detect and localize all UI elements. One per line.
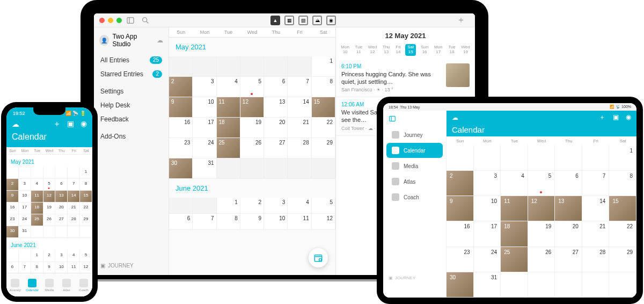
calendar-cell[interactable]: 2 bbox=[43, 250, 56, 262]
calendar-cell[interactable]: 4 bbox=[217, 77, 240, 97]
tab-media[interactable]: Media bbox=[41, 273, 58, 296]
calendar-cell[interactable]: 17 bbox=[474, 221, 501, 247]
calendar-cell[interactable]: 24 bbox=[193, 138, 216, 158]
calendar-cell[interactable]: 15 bbox=[80, 191, 92, 202]
calendar-cell[interactable]: 10 bbox=[264, 214, 288, 230]
new-entry-icon[interactable]: ＋ bbox=[457, 16, 465, 25]
entry-row[interactable]: 6:10 PMPrincess hugging Candy. She was q… bbox=[336, 59, 475, 98]
calendar-cell[interactable]: 10 bbox=[193, 97, 216, 118]
calendar-cell[interactable]: 6 bbox=[55, 179, 68, 191]
calendar-cell[interactable]: 16 bbox=[169, 118, 193, 138]
calendar-cell[interactable]: 20 bbox=[555, 221, 582, 247]
calendar-cell[interactable]: 9 bbox=[240, 214, 264, 230]
calendar-grid[interactable]: 1234567891011121314151617181920212223242… bbox=[447, 146, 636, 298]
calendar-cell[interactable]: 9 bbox=[169, 97, 193, 118]
tab-coach[interactable]: Coach bbox=[75, 273, 92, 296]
sidebar-toggle-icon[interactable] bbox=[389, 115, 396, 122]
calendar-cell[interactable]: 10 bbox=[55, 262, 68, 273]
search-icon[interactable] bbox=[141, 16, 150, 25]
calendar-cell[interactable]: 21 bbox=[68, 202, 80, 214]
calendar-cell[interactable]: 7 bbox=[19, 262, 31, 273]
sidebar-item-all-entries[interactable]: All Entries 25 bbox=[94, 53, 169, 67]
calendar-cell[interactable]: 17 bbox=[193, 118, 216, 138]
settings-icon[interactable]: ◉ bbox=[626, 113, 631, 121]
calendar-cell[interactable]: 14 bbox=[288, 97, 311, 118]
day-strip-item[interactable]: Tue18 bbox=[447, 44, 457, 56]
calendar-cell[interactable]: 9 bbox=[6, 191, 19, 202]
cloud-icon[interactable]: ☁ bbox=[452, 114, 458, 121]
calendar-cell[interactable]: 29 bbox=[312, 138, 335, 158]
calendar-cell[interactable]: 18 bbox=[31, 202, 43, 214]
calendar-cell[interactable]: 4 bbox=[31, 179, 43, 191]
calendar-cell[interactable]: 7 bbox=[288, 77, 311, 97]
calendar-cell[interactable]: 1 bbox=[80, 167, 92, 179]
calendar-cell[interactable]: 28 bbox=[582, 247, 610, 272]
calendar-cell[interactable]: 11 bbox=[288, 214, 311, 230]
day-strip-item[interactable]: Wed19 bbox=[460, 44, 471, 56]
calendar-cell[interactable]: 2 bbox=[447, 171, 474, 196]
settings-icon[interactable]: ◉ bbox=[80, 119, 87, 128]
calendar-cell[interactable]: 12 bbox=[312, 214, 335, 230]
calendar-cell[interactable]: 24 bbox=[474, 247, 501, 272]
calendar-cell[interactable]: 23 bbox=[169, 138, 193, 158]
calendar-cell[interactable]: 31 bbox=[19, 226, 31, 238]
calendar-cell[interactable]: 2 bbox=[6, 179, 19, 191]
calendar-cell[interactable]: 3 bbox=[55, 250, 68, 262]
calendar-cell[interactable]: 5 bbox=[528, 171, 555, 196]
today-icon[interactable]: ▣ bbox=[67, 119, 74, 128]
calendar-cell[interactable]: 7 bbox=[68, 179, 80, 191]
calendar-cell[interactable]: 8 bbox=[80, 179, 92, 191]
calendar-cell[interactable]: 24 bbox=[19, 214, 31, 226]
calendar-grid-may[interactable]: 1234567891011121314151617181920212223242… bbox=[6, 167, 92, 238]
day-strip-item[interactable]: Tue11 bbox=[354, 44, 364, 56]
window-fullscreen-button[interactable] bbox=[116, 18, 122, 23]
add-icon[interactable]: ＋ bbox=[53, 119, 61, 128]
cloud-icon[interactable]: ☁ bbox=[12, 120, 19, 128]
calendar-grid-may[interactable]: 1234567891011121314151617181920212223242… bbox=[169, 56, 335, 179]
sidebar-item-journey[interactable]: Journey bbox=[386, 127, 443, 142]
calendar-cell[interactable]: 12 bbox=[240, 97, 264, 118]
calendar-grid-june[interactable]: 123456789101112 bbox=[169, 198, 335, 230]
calendar-cell[interactable]: 22 bbox=[609, 221, 636, 247]
calendar-cell[interactable]: 23 bbox=[447, 247, 474, 272]
sidebar-toggle-icon[interactable] bbox=[126, 16, 135, 25]
calendar-cell[interactable]: 19 bbox=[528, 221, 555, 247]
calendar-cell[interactable]: 25 bbox=[31, 214, 43, 226]
view-atlas-icon[interactable]: ⛰ bbox=[312, 16, 322, 25]
sidebar-item-calendar[interactable]: Calendar bbox=[386, 143, 443, 158]
calendar-cell[interactable]: 30 bbox=[169, 158, 193, 179]
sidebar-item-help[interactable]: Help Desk bbox=[94, 98, 169, 112]
day-strip-item[interactable]: Sun16 bbox=[420, 44, 429, 56]
calendar-cell[interactable]: 10 bbox=[474, 196, 501, 221]
calendar-cell[interactable]: 25 bbox=[217, 138, 240, 158]
calendar-cell[interactable]: 5 bbox=[80, 250, 92, 262]
calendar-cell[interactable]: 27 bbox=[555, 247, 582, 272]
calendar-cell[interactable]: 23 bbox=[6, 214, 19, 226]
day-strip-item[interactable]: Fri14 bbox=[394, 44, 401, 56]
calendar-cell[interactable]: 5 bbox=[312, 198, 335, 214]
calendar-cell[interactable]: 3 bbox=[264, 198, 288, 214]
calendar-cell[interactable]: 30 bbox=[447, 272, 474, 298]
calendar-cell[interactable]: 31 bbox=[193, 158, 216, 179]
calendar-cell[interactable]: 7 bbox=[193, 214, 216, 230]
calendar-cell[interactable]: 5 bbox=[240, 77, 264, 97]
calendar-cell[interactable]: 6 bbox=[6, 262, 19, 273]
sidebar-item-addons[interactable]: Add-Ons bbox=[94, 129, 169, 143]
calendar-cell[interactable]: 2 bbox=[240, 198, 264, 214]
calendar-cell[interactable]: 8 bbox=[217, 214, 240, 230]
calendar-cell[interactable]: 17 bbox=[19, 202, 31, 214]
sidebar-item-atlas[interactable]: Atlas bbox=[386, 174, 443, 189]
calendar-cell[interactable]: 29 bbox=[80, 214, 92, 226]
calendar-cell[interactable]: 18 bbox=[217, 118, 240, 138]
calendar-cell[interactable]: 20 bbox=[264, 118, 288, 138]
calendar-cell[interactable]: 3 bbox=[193, 77, 216, 97]
calendar-cell[interactable]: 19 bbox=[43, 202, 56, 214]
calendar-cell[interactable]: 15 bbox=[609, 196, 636, 221]
view-calendar-icon[interactable]: ▦ bbox=[284, 16, 294, 25]
calendar-cell[interactable]: 19 bbox=[240, 118, 264, 138]
calendar-cell[interactable]: 28 bbox=[68, 214, 80, 226]
calendar-cell[interactable]: 3 bbox=[474, 171, 501, 196]
calendar-cell[interactable]: 12 bbox=[43, 191, 56, 202]
calendar-cell[interactable]: 4 bbox=[68, 250, 80, 262]
tab-calendar[interactable]: Calendar bbox=[24, 273, 41, 296]
